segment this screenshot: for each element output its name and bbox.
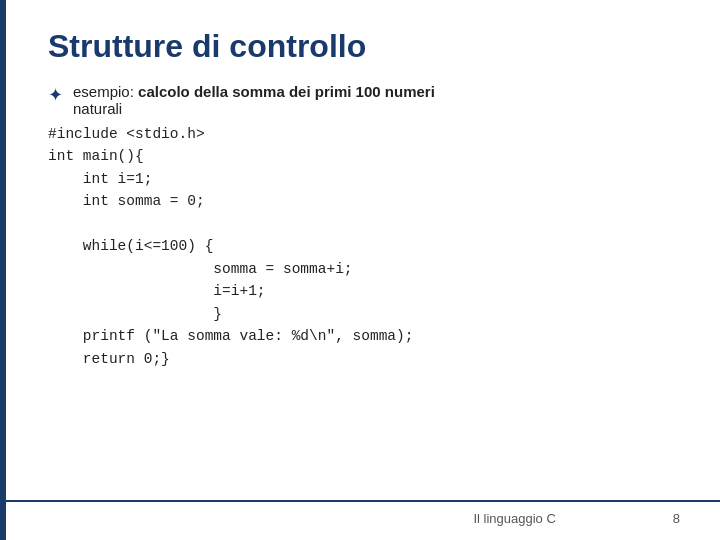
left-border-decoration — [0, 0, 6, 540]
footer-label: Il linguaggio C — [356, 511, 672, 526]
bottom-border-decoration — [0, 500, 720, 502]
content-area: ✦ esempio: calcolo della somma dei primi… — [48, 83, 680, 370]
intro-line: ✦ esempio: calcolo della somma dei primi… — [48, 83, 680, 117]
intro-text: esempio: calcolo della somma dei primi 1… — [73, 83, 435, 117]
code-block: #include <stdio.h> int main(){ int i=1; … — [48, 123, 680, 370]
slide-title: Strutture di controllo — [48, 28, 680, 65]
footer-page: 8 — [673, 511, 680, 526]
bullet-icon: ✦ — [48, 84, 63, 106]
slide-container: Strutture di controllo ✦ esempio: calcol… — [0, 0, 720, 540]
footer: Il linguaggio C 8 — [0, 511, 720, 526]
